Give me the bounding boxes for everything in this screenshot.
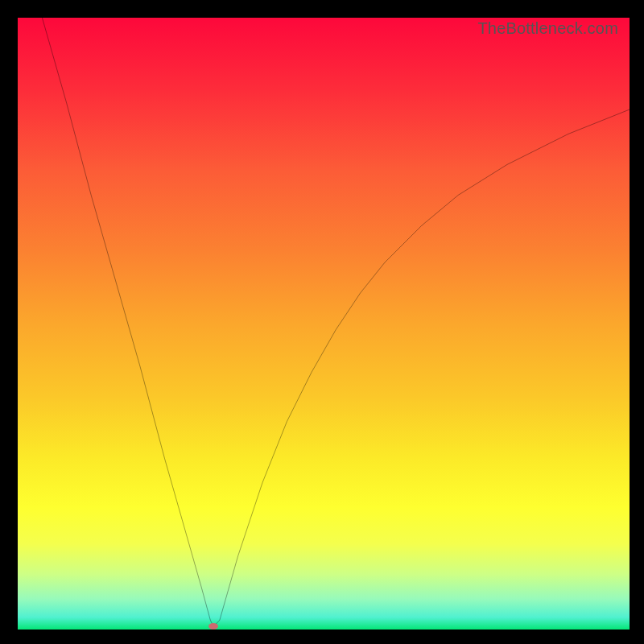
- minimum-marker: [208, 623, 218, 630]
- watermark-text: TheBottleneck.com: [477, 19, 618, 38]
- plot-area: TheBottleneck.com: [18, 18, 630, 630]
- chart-outer: TheBottleneck.com: [0, 0, 644, 644]
- bottleneck-curve: [18, 18, 630, 630]
